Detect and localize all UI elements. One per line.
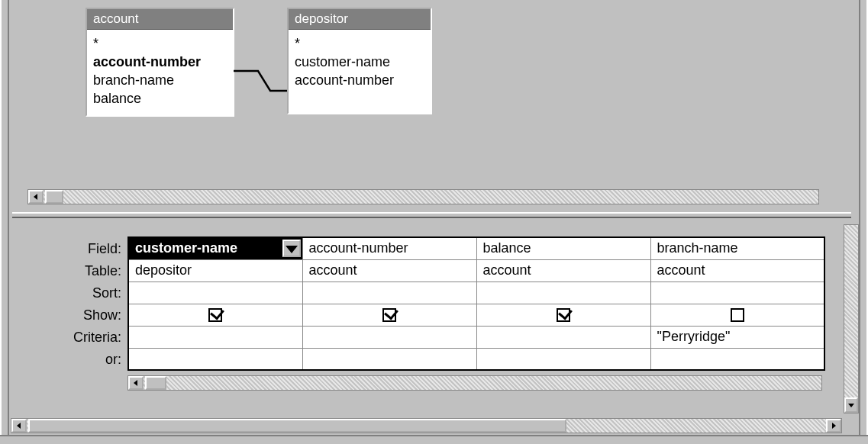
window-frame-left (0, 0, 9, 444)
diagram-hscrollbar[interactable] (27, 189, 819, 204)
show-checkbox[interactable] (208, 308, 222, 322)
show-checkbox[interactable] (731, 308, 744, 322)
table-title-account[interactable]: account (87, 9, 233, 30)
grid-row-table: depositor account account account (128, 259, 824, 282)
svg-marker-0 (34, 194, 37, 200)
criteria-cell[interactable] (476, 326, 650, 348)
table-cell[interactable]: account (476, 259, 650, 282)
or-cell[interactable] (128, 348, 302, 370)
scroll-left-button[interactable] (28, 190, 44, 204)
grid-row-labels: Field: Table: Sort: Show: Criteria: or: (17, 238, 127, 371)
grid-row-show (128, 304, 824, 326)
grid-row-or (128, 348, 824, 370)
show-cell[interactable] (476, 304, 650, 326)
row-label-criteria: Criteria: (17, 327, 127, 349)
triangle-left-icon (32, 193, 40, 201)
scroll-thumb[interactable] (45, 190, 63, 204)
triangle-left-icon (15, 422, 23, 430)
table-window-depositor[interactable]: depositor * customer-name account-number (287, 8, 432, 114)
query-grid-pane: Field: Table: Sort: Show: Criteria: or: … (17, 229, 837, 412)
scroll-left-button[interactable] (11, 419, 27, 433)
field-item[interactable]: * (93, 34, 225, 53)
show-cell[interactable] (650, 304, 824, 326)
table-fields-depositor: * customer-name account-number (289, 30, 431, 97)
field-cell[interactable]: branch-name (650, 237, 824, 259)
grid-row-field: customer-name account-number balance bra… (128, 237, 824, 259)
show-cell[interactable] (128, 304, 302, 326)
row-label-or: or: (17, 349, 127, 371)
row-label-field: Field: (17, 238, 127, 260)
criteria-cell[interactable] (128, 326, 302, 348)
field-cell[interactable]: balance (476, 237, 650, 259)
triangle-right-icon (830, 422, 837, 430)
table-cell[interactable]: account (302, 259, 476, 282)
criteria-cell[interactable]: "Perryridge" (650, 326, 824, 348)
svg-marker-5 (832, 423, 836, 429)
window-frame-bottom (0, 435, 868, 444)
field-cell[interactable]: customer-name (128, 237, 302, 259)
diagram-pane[interactable]: account * account-number branch-name bal… (17, 0, 850, 208)
sort-cell[interactable] (302, 282, 476, 304)
or-cell[interactable] (302, 348, 476, 370)
row-label-show: Show: (17, 304, 127, 327)
query-grid: customer-name account-number balance bra… (127, 236, 825, 371)
triangle-down-icon (847, 401, 855, 409)
svg-marker-4 (17, 423, 21, 429)
scroll-down-button[interactable] (844, 397, 858, 413)
show-checkbox[interactable] (557, 308, 570, 322)
scroll-thumb[interactable] (145, 376, 166, 390)
svg-marker-1 (286, 246, 298, 253)
field-item[interactable]: * (295, 34, 423, 53)
grid-row-sort (128, 282, 824, 304)
scroll-left-button[interactable] (128, 376, 144, 390)
or-cell[interactable] (650, 348, 824, 370)
triangle-down-icon (284, 241, 299, 256)
outer-hscrollbar[interactable] (11, 418, 842, 433)
triangle-left-icon (132, 379, 140, 387)
outer-vscrollbar[interactable] (844, 224, 859, 413)
scroll-right-button[interactable] (826, 419, 841, 433)
criteria-cell[interactable] (302, 326, 476, 348)
field-dropdown-button[interactable] (282, 240, 301, 257)
field-item[interactable]: account-number (295, 71, 423, 89)
table-title-depositor[interactable]: depositor (289, 9, 431, 30)
row-label-table: Table: (17, 260, 127, 282)
field-item[interactable]: account-number (93, 53, 225, 71)
window-frame-right (859, 0, 868, 444)
scroll-thumb[interactable] (28, 419, 566, 433)
table-cell[interactable]: account (650, 259, 824, 282)
sort-cell[interactable] (650, 282, 824, 304)
field-item[interactable]: branch-name (93, 71, 225, 89)
pane-splitter[interactable] (12, 212, 851, 218)
show-cell[interactable] (302, 304, 476, 326)
field-cell-value: customer-name (135, 240, 237, 256)
field-item[interactable]: customer-name (295, 53, 423, 71)
or-cell[interactable] (476, 348, 650, 370)
field-item[interactable]: balance (93, 89, 225, 108)
row-label-sort: Sort: (17, 282, 127, 304)
field-cell[interactable]: account-number (302, 237, 476, 259)
sort-cell[interactable] (476, 282, 650, 304)
table-cell[interactable]: depositor (128, 259, 302, 282)
relationship-line[interactable] (232, 65, 290, 100)
table-fields-account: * account-number branch-name balance (87, 30, 233, 115)
svg-marker-2 (134, 380, 137, 386)
sort-cell[interactable] (128, 282, 302, 304)
grid-hscrollbar[interactable] (127, 375, 822, 391)
grid-row-criteria: "Perryridge" (128, 326, 824, 348)
show-checkbox[interactable] (382, 308, 396, 322)
table-window-account[interactable]: account * account-number branch-name bal… (86, 8, 234, 117)
svg-marker-3 (848, 404, 854, 407)
